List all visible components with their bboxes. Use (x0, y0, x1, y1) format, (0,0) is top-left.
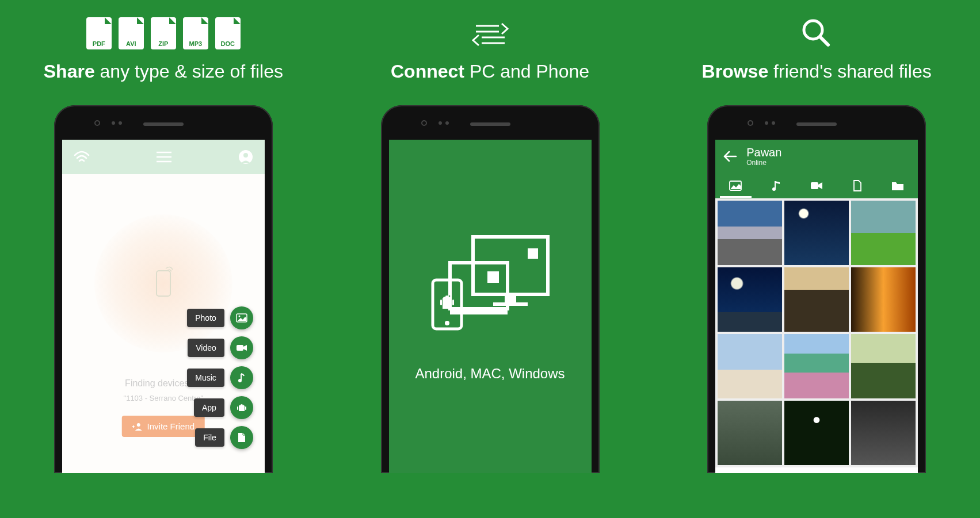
user-name-label: Pawan (746, 146, 781, 159)
android-icon (230, 396, 253, 419)
tab-photos[interactable] (715, 173, 756, 198)
file-icon (230, 426, 253, 449)
add-user-icon (132, 423, 143, 431)
column-share: PDF AVI ZIP MP3 DOC Share any type & siz… (12, 17, 315, 473)
svg-rect-30 (811, 182, 818, 189)
svg-point-11 (240, 404, 241, 405)
promo-container: PDF AVI ZIP MP3 DOC Share any type & siz… (0, 0, 980, 473)
photo-thumbnail[interactable] (851, 267, 916, 332)
svg-rect-24 (452, 300, 454, 305)
svg-rect-18 (450, 309, 508, 314)
svg-rect-17 (450, 263, 508, 309)
photo-icon (230, 306, 253, 329)
folder-tab-icon (891, 181, 904, 191)
browse-app-header: Pawan Online (715, 140, 918, 173)
photo-thumbnail[interactable] (851, 201, 916, 265)
zip-icon: ZIP (151, 17, 176, 49)
svg-point-29 (772, 187, 776, 191)
tab-videos[interactable] (796, 173, 837, 198)
fab-photo-label: Photo (187, 309, 224, 327)
avi-icon: AVI (119, 17, 144, 49)
fab-photo[interactable]: Photo (187, 306, 253, 329)
photo-thumbnail[interactable] (784, 201, 849, 265)
svg-rect-10 (245, 406, 246, 410)
share-headline: Share any type & size of files (44, 61, 283, 82)
file-tab-icon (853, 180, 862, 191)
fab-video-label: Video (188, 339, 224, 357)
menu-icon[interactable] (157, 151, 171, 163)
svg-point-26 (448, 296, 450, 297)
fab-music-label: Music (187, 369, 224, 387)
svg-rect-22 (443, 298, 452, 309)
video-tab-icon (810, 181, 823, 190)
screen-connect: Android, MAC, Windows (389, 140, 592, 473)
column-connect: Connect PC and Phone (338, 17, 642, 473)
photo-thumbnail[interactable] (718, 267, 782, 332)
svg-point-3 (137, 423, 140, 427)
media-tabs (715, 173, 918, 198)
connect-headline: Connect PC and Phone (391, 61, 589, 82)
pdf-icon: PDF (86, 17, 112, 49)
mp3-icon: MP3 (183, 17, 208, 49)
svg-rect-2 (157, 271, 170, 296)
screen-share: Finding devices on "1103 - Serrano Centr… (62, 140, 265, 473)
photo-thumbnail[interactable] (718, 401, 782, 465)
photos-tab-icon (729, 181, 742, 191)
tab-music[interactable] (756, 173, 796, 198)
user-status-label: Online (746, 159, 781, 167)
fab-app-label: App (194, 398, 224, 417)
phone-share: Finding devices on "1103 - Serrano Centr… (54, 105, 273, 473)
tab-files[interactable] (837, 173, 877, 198)
photo-thumbnail[interactable] (718, 201, 782, 265)
photo-thumbnail[interactable] (784, 267, 849, 332)
photo-grid (715, 198, 918, 467)
svg-rect-15 (493, 302, 528, 306)
svg-rect-9 (237, 406, 238, 410)
platforms-label: Android, MAC, Windows (415, 366, 565, 382)
photo-thumbnail[interactable] (784, 401, 849, 465)
svg-rect-6 (237, 345, 243, 351)
wifi-icon (74, 151, 90, 163)
file-type-icons: PDF AVI ZIP MP3 DOC (86, 17, 241, 49)
back-arrow-icon[interactable] (723, 151, 737, 162)
profile-icon[interactable] (238, 149, 253, 164)
fab-video[interactable]: Video (188, 336, 253, 359)
svg-rect-16 (528, 248, 538, 259)
photo-thumbnail[interactable] (718, 334, 782, 398)
fab-file[interactable]: File (195, 426, 253, 449)
photo-thumbnail[interactable] (851, 401, 916, 465)
device-searching-icon (150, 266, 177, 301)
fab-file-label: File (195, 428, 224, 447)
music-tab-icon (772, 180, 781, 191)
svg-point-1 (243, 153, 248, 158)
svg-point-5 (238, 316, 240, 317)
svg-point-12 (242, 404, 243, 405)
fab-menu: Photo Video Music App (187, 306, 253, 449)
screen-browse: Pawan Online (715, 140, 918, 473)
transfer-icon (470, 17, 510, 49)
video-icon (230, 336, 253, 359)
svg-rect-19 (487, 271, 499, 283)
column-browse: Browse friend's shared files Pawan Onlin… (665, 17, 968, 473)
browse-headline: Browse friend's shared files (702, 61, 932, 82)
svg-point-21 (445, 321, 449, 325)
share-app-header (62, 140, 265, 174)
svg-rect-13 (473, 237, 548, 294)
photo-thumbnail[interactable] (851, 334, 916, 398)
fab-music[interactable]: Music (187, 366, 253, 389)
music-icon (230, 366, 253, 389)
svg-point-25 (444, 296, 445, 297)
phone-connect: Android, MAC, Windows (381, 105, 600, 473)
phone-browse: Pawan Online (707, 105, 926, 473)
doc-icon: DOC (215, 17, 241, 49)
photo-thumbnail[interactable] (784, 334, 849, 398)
share-body: Finding devices on "1103 - Serrano Centr… (62, 174, 265, 473)
svg-point-7 (238, 379, 242, 382)
svg-rect-8 (239, 406, 245, 411)
svg-rect-23 (440, 300, 442, 305)
fab-app[interactable]: App (194, 396, 253, 419)
tab-folders[interactable] (878, 173, 918, 198)
devices-illustration (427, 231, 554, 337)
search-icon (800, 17, 833, 49)
